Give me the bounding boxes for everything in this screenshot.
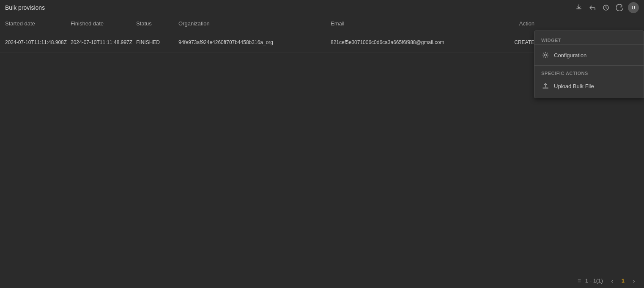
cell-status: FINISHED (134, 39, 177, 45)
gear-icon (541, 51, 550, 59)
history-icon[interactable] (601, 3, 611, 13)
back-icon[interactable] (587, 3, 597, 13)
pagination-current-page: 1 (622, 277, 625, 284)
cell-action: CREATE (502, 39, 536, 45)
pagination-next-button[interactable]: › (629, 276, 639, 286)
cell-email: 821cef5e3071006c0d6ca3a665f6f988@gmail.c… (329, 39, 502, 45)
svg-rect-1 (576, 10, 581, 10)
pagination-prev-button[interactable]: ‹ (607, 276, 617, 286)
app-header: Bulk provisions (0, 0, 644, 15)
upload-icon (541, 82, 550, 90)
cell-organization: 94fe973af924e4260ff707b4458b316a_org (177, 39, 329, 45)
header-actions: U (574, 2, 639, 13)
dropdown-configuration-label: Configuration (554, 52, 586, 58)
column-header-action: Action (502, 20, 536, 27)
svg-point-3 (545, 54, 547, 56)
column-header-organization: Organization (177, 20, 329, 27)
cell-finished-date: 2024-07-10T11:11:48.997Z (69, 39, 134, 45)
pagination-info: 1 - 1(1) (585, 277, 603, 284)
dropdown-configuration-item[interactable]: Configuration (534, 47, 644, 64)
page-title: Bulk provisions (5, 4, 45, 11)
dropdown-menu: Widget Configuration Specific actions Up… (534, 30, 644, 98)
export-icon[interactable] (574, 3, 584, 13)
footer: ≡ 1 - 1(1) ‹ 1 › (0, 273, 644, 288)
table-header: Started date Finished date Status Organi… (0, 15, 644, 32)
dropdown-divider (534, 65, 644, 66)
lines-icon: ≡ (578, 277, 581, 284)
cell-started-date: 2024-07-10T11:11:48.908Z (3, 39, 69, 45)
column-header-finished-date: Finished date (69, 20, 134, 27)
column-header-status: Status (134, 20, 177, 27)
column-header-email: Email (329, 20, 502, 27)
svg-rect-4 (543, 87, 548, 88)
dropdown-upload-item[interactable]: Upload Bulk File (534, 78, 644, 94)
svg-rect-0 (576, 8, 581, 9)
column-header-started-date: Started date (3, 20, 69, 27)
avatar[interactable]: U (628, 2, 639, 13)
dropdown-upload-label: Upload Bulk File (554, 83, 594, 89)
reload-icon[interactable] (614, 3, 625, 13)
dropdown-specific-actions-label: Specific actions (534, 67, 644, 78)
dropdown-widget-label: Widget (534, 34, 644, 45)
